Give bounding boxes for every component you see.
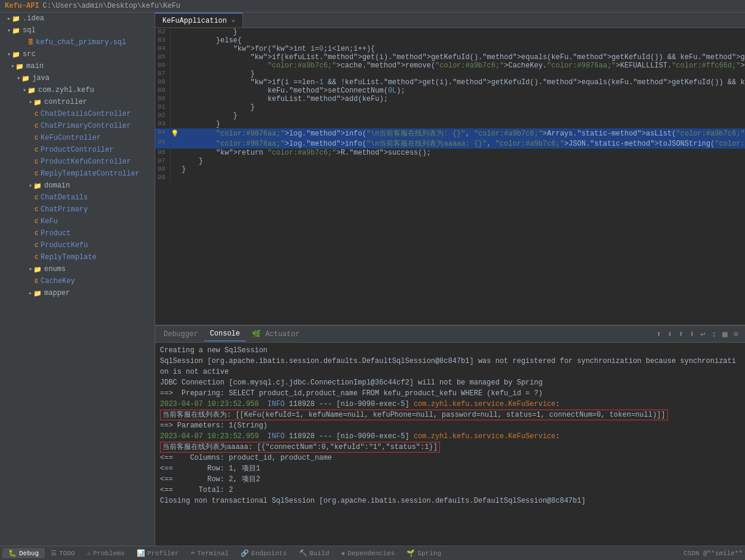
sidebar-label-ChatDetails: ChatDetails	[41, 193, 88, 202]
sidebar-item-java[interactable]: 📁 java	[0, 72, 155, 84]
sidebar-item-CacheKey[interactable]: E CacheKey	[0, 275, 155, 287]
arrow-idea	[7, 15, 11, 22]
sidebar-item-kefu-sql[interactable]: 🗄 kefu_chat_primary.sql	[0, 36, 155, 48]
sidebar-label-controller: controller	[44, 98, 87, 106]
sidebar-item-mapper[interactable]: 📁 mapper	[0, 287, 155, 299]
bottom-tab-build[interactable]: 🔨 Build	[293, 548, 335, 558]
sidebar-item-KeFuController[interactable]: C KeFuController	[0, 132, 155, 144]
bottom-tab-debug[interactable]: 🐛 Debug	[2, 548, 45, 558]
line-code: "color:#a9b7c6;">cache."method">remove("…	[179, 61, 745, 70]
sidebar-item-ProductController[interactable]: C ProductController	[0, 144, 155, 156]
line-code: }	[179, 103, 745, 112]
sidebar-item-sql[interactable]: 📁 sql	[0, 24, 155, 36]
toolbar-btn-8[interactable]: ≡	[732, 328, 740, 340]
code-line-88: 88 "kw">if(i ==len-1 && !kefuList."metho…	[155, 78, 745, 87]
java-icon-1: C	[35, 111, 38, 118]
sidebar-item-ChatDetailsController[interactable]: C ChatDetailsController	[0, 108, 155, 120]
sidebar-item-enums[interactable]: 📁 enums	[0, 263, 155, 275]
line-gutter	[171, 53, 180, 61]
console-tab-debugger[interactable]: Debugger	[158, 328, 204, 341]
line-gutter	[171, 78, 180, 87]
line-gutter: 💡	[171, 128, 180, 139]
line-code: }	[179, 165, 745, 174]
console-line: <== Row: 1, 项目1	[160, 463, 740, 474]
arrow-java	[17, 75, 20, 82]
line-code: }	[179, 120, 745, 128]
console-content[interactable]: Creating a new SqlSessionSqlSession [org…	[155, 343, 745, 546]
toolbar-btn-7[interactable]: ▦	[721, 328, 729, 340]
console-line: JDBC Connection [com.mysql.cj.jdbc.Conne…	[160, 377, 740, 388]
bottom-tab-profiler[interactable]: 📊 Profiler	[131, 548, 185, 558]
sidebar-item-idea[interactable]: 📁 .idea	[0, 13, 155, 24]
editor-tab-bar: KeFuApplication ✕	[155, 13, 745, 28]
arrow-src	[7, 51, 11, 58]
toolbar-btn-2[interactable]: ⬇	[666, 328, 674, 340]
code-line-99: 99	[155, 174, 745, 181]
editor-tab-kefuapplication[interactable]: KeFuApplication ✕	[155, 13, 243, 27]
sidebar-label-ChatPrimary: ChatPrimary	[41, 205, 88, 214]
bottom-tab-problems[interactable]: ⚠ Problems	[81, 548, 130, 558]
line-gutter	[171, 165, 180, 174]
bottom-tab-dependencies-label: Dependencies	[347, 550, 395, 557]
sidebar-label-ProductKefuController: ProductKefuController	[41, 158, 131, 166]
sql-file-icon: 🗄	[27, 39, 33, 46]
line-gutter	[171, 36, 180, 45]
sidebar-label-src: src	[23, 50, 36, 59]
console-tab-bar: Debugger Console 🌿 Actuator ⬆ ⬇ ⬆ ⬇ ↩ ↕ …	[155, 326, 745, 343]
folder-icon-controller: 📁	[33, 99, 42, 106]
line-number: 90	[155, 95, 171, 103]
sidebar-item-domain[interactable]: 📁 domain	[0, 180, 155, 192]
sidebar-item-ProductKefuController[interactable]: C ProductKefuController	[0, 156, 155, 168]
line-number: 88	[155, 78, 171, 87]
code-line-93: 93 }	[155, 120, 745, 128]
bottom-tab-terminal[interactable]: ⌨ Terminal	[185, 548, 235, 558]
sidebar-item-ProductKefu[interactable]: C ProductKefu	[0, 239, 155, 251]
line-number: 92	[155, 112, 171, 120]
java-icon-9: C	[35, 219, 38, 225]
code-editor[interactable]: 82 }83 }else{84 "kw">for("kw">int i=0;i<…	[155, 28, 745, 325]
bottom-tab-dependencies[interactable]: ◈ Dependencies	[335, 548, 401, 558]
toolbar-btn-5[interactable]: ↩	[698, 328, 707, 340]
sidebar-item-ReplyTemplateController[interactable]: C ReplyTemplateController	[0, 168, 155, 180]
sidebar-label-sql: sql	[23, 26, 36, 35]
code-line-86: 86 "color:#a9b7c6;">cache."method">remov…	[155, 61, 745, 70]
bottom-tab-terminal-label: Terminal	[197, 550, 229, 557]
toolbar-btn-6[interactable]: ↕	[710, 328, 718, 340]
sidebar-item-ChatPrimaryController[interactable]: C ChatPrimaryController	[0, 120, 155, 132]
bottom-tab-todo[interactable]: ☰ TODO	[45, 548, 81, 558]
sidebar-item-KeFu[interactable]: C KeFu	[0, 216, 155, 227]
console-area: Debugger Console 🌿 Actuator ⬆ ⬇ ⬆ ⬇ ↩ ↕ …	[155, 325, 745, 546]
java-icon-2: C	[35, 123, 38, 130]
sidebar-item-ReplyTemplate[interactable]: C ReplyTemplate	[0, 251, 155, 263]
console-tab-console[interactable]: Console	[204, 327, 246, 341]
sidebar-item-ChatPrimary[interactable]: C ChatPrimary	[0, 204, 155, 216]
problems-icon: ⚠	[87, 549, 91, 557]
sidebar-item-ChatDetails[interactable]: C ChatDetails	[0, 192, 155, 204]
line-code: keFu."method">setConnectNum(0L);	[179, 87, 745, 95]
sidebar-item-controller[interactable]: 📁 controller	[0, 96, 155, 108]
line-number: 82	[155, 28, 171, 36]
sidebar-item-main[interactable]: 📁 main	[0, 60, 155, 72]
toolbar-btn-1[interactable]: ⬆	[655, 328, 663, 340]
code-line-97: 97 }	[155, 157, 745, 165]
line-code: }	[179, 70, 745, 78]
sidebar-label-java: java	[32, 74, 50, 82]
code-line-82: 82 }	[155, 28, 745, 36]
line-gutter	[171, 139, 180, 149]
sidebar-item-src[interactable]: 📁 src	[0, 48, 155, 60]
toolbar-btn-4[interactable]: ⬇	[688, 328, 696, 340]
console-tab-actuator[interactable]: 🌿 Actuator	[246, 327, 306, 341]
sidebar-item-com-zyhl-kefu[interactable]: 📁 com.zyhl.kefu	[0, 84, 155, 96]
java-icon-12: C	[35, 254, 38, 261]
sidebar-label-KeFuController: KeFuController	[41, 134, 101, 142]
console-line: Creating a new SqlSession	[160, 345, 740, 356]
line-gutter	[171, 149, 180, 157]
tab-close-icon[interactable]: ✕	[232, 17, 235, 24]
sidebar-item-Product[interactable]: C Product	[0, 227, 155, 239]
enum-icon-1: E	[35, 278, 38, 285]
line-code: }else{	[179, 36, 745, 45]
bottom-tab-spring[interactable]: 🌱 Spring	[401, 548, 447, 558]
arrow-mapper	[29, 290, 32, 297]
toolbar-btn-3[interactable]: ⬆	[676, 328, 685, 340]
bottom-tab-endpoints[interactable]: 🔗 Endpoints	[235, 548, 293, 558]
